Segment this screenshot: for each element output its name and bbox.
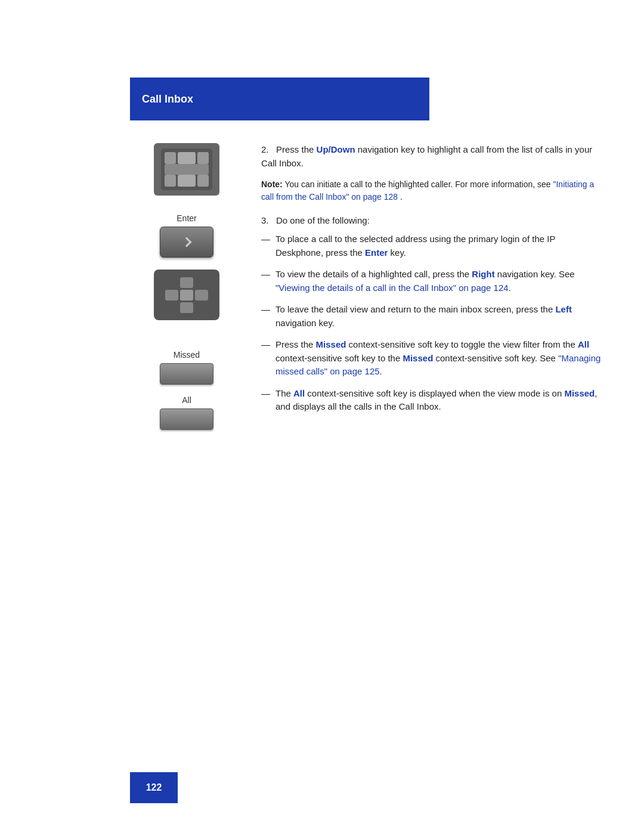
right-nav-image bbox=[154, 270, 219, 320]
step2-number: 2. bbox=[261, 144, 274, 154]
step2-updown-bold: Up/Down bbox=[317, 144, 355, 154]
bullet-4-missed-bold: Missed bbox=[316, 339, 346, 349]
bullet-3-content: To leave the detail view and return to t… bbox=[275, 303, 601, 330]
bullet-1-dash: — bbox=[261, 233, 275, 259]
page-number: 122 bbox=[146, 782, 162, 793]
enter-key-label: Enter bbox=[177, 213, 196, 223]
bullet-2: — To view the details of a highlighted c… bbox=[261, 268, 601, 295]
nav-down-btn bbox=[180, 302, 193, 313]
all-softkey-wrapper: All bbox=[160, 395, 213, 430]
bullet-3: — To leave the detail view and return to… bbox=[261, 303, 601, 330]
all-key-image bbox=[160, 408, 213, 430]
bullet-2-content: To view the details of a highlighted cal… bbox=[275, 268, 601, 295]
bullet-5-dash: — bbox=[261, 387, 275, 414]
nav-up-btn bbox=[180, 277, 193, 288]
note-block: Note: You can initiate a call to the hig… bbox=[261, 178, 601, 203]
bullet-5-all-bold: All bbox=[293, 388, 305, 398]
page-header-bar: Call Inbox bbox=[130, 78, 429, 120]
enter-arrow-icon bbox=[182, 237, 192, 247]
bullet-1-content: To place a call to the selected address … bbox=[275, 233, 601, 259]
note-label: Note: bbox=[261, 179, 283, 189]
bullet-5-content: The All context-sensitive soft key is di… bbox=[275, 387, 601, 414]
enter-key-wrapper: Enter bbox=[160, 213, 213, 258]
step3-number: 3. bbox=[261, 215, 274, 225]
bullet-4-dash: — bbox=[261, 338, 275, 379]
bullet-3-left-bold: Left bbox=[555, 304, 572, 314]
step2-text: 2. Press the Up/Down navigation key to h… bbox=[261, 143, 601, 170]
missed-key-label: Missed bbox=[174, 350, 200, 360]
bullet-5: — The All context-sensitive soft key is … bbox=[261, 387, 601, 414]
updown-nav-image bbox=[154, 143, 219, 196]
nav-arrows-cluster bbox=[165, 277, 208, 313]
missed-key-image bbox=[160, 363, 213, 385]
bullet-1: — To place a call to the selected addres… bbox=[261, 233, 601, 259]
right-text-column: 2. Press the Up/Down navigation key to h… bbox=[243, 143, 601, 441]
bullet-1-enter-bold: Enter bbox=[365, 247, 388, 258]
nav-right-btn bbox=[195, 290, 208, 301]
enter-key-image bbox=[160, 227, 213, 258]
note-text: You can initiate a call to the highlight… bbox=[284, 179, 553, 189]
bullet-4: — Press the Missed context-sensitive sof… bbox=[261, 338, 601, 379]
bullet-4-missed2-bold: Missed bbox=[402, 353, 433, 363]
bullet-3-dash: — bbox=[261, 303, 275, 330]
bullet-2-dash: — bbox=[261, 268, 275, 295]
nav-left-btn bbox=[165, 290, 178, 301]
step3-header-text: Do one of the following: bbox=[276, 215, 370, 225]
bullet-4-link[interactable]: "Managing missed calls" on page 125 bbox=[275, 353, 600, 377]
nav-center-btn bbox=[180, 290, 193, 301]
missed-softkey-wrapper: Missed bbox=[160, 350, 213, 385]
page-title: Call Inbox bbox=[142, 93, 193, 106]
step2-text-before: Press the bbox=[276, 144, 317, 154]
all-key-label: All bbox=[182, 395, 191, 405]
main-content: Enter Missed bbox=[130, 143, 601, 441]
bullet-2-right-bold: Right bbox=[472, 269, 494, 279]
step3-section: 3. Do one of the following: — To place a… bbox=[261, 215, 601, 414]
note-end: . bbox=[400, 192, 402, 202]
left-images-column: Enter Missed bbox=[130, 143, 243, 441]
page-footer: 122 bbox=[130, 772, 178, 803]
bullet-2-link[interactable]: "Viewing the details of a call in the Ca… bbox=[275, 283, 509, 293]
step3-header: 3. Do one of the following: bbox=[261, 215, 601, 225]
bullet-4-all-bold: All bbox=[578, 339, 589, 349]
bullet-4-content: Press the Missed context-sensitive soft … bbox=[275, 338, 601, 379]
bullet-5-missed-bold: Missed bbox=[564, 388, 595, 398]
